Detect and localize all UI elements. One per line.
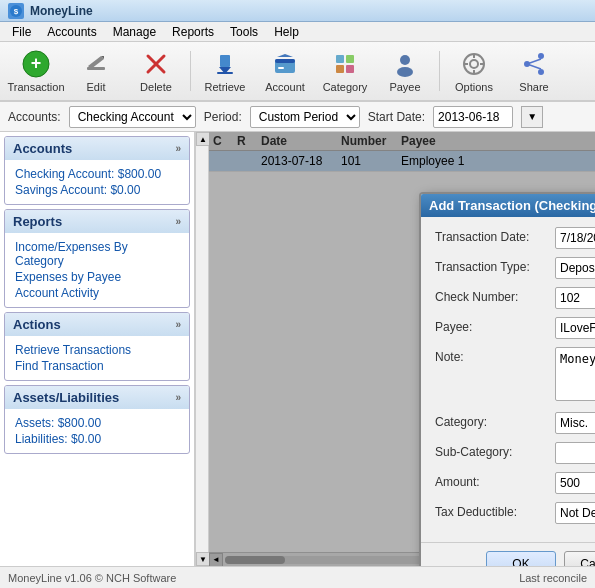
svg-line-31	[527, 59, 541, 64]
status-right: Last reconcile	[519, 572, 587, 584]
sidebar-section-actions: Actions » Retrieve Transactions Find Tra…	[4, 312, 190, 381]
subcategory-select[interactable]	[555, 442, 595, 464]
period-label: Period:	[204, 110, 242, 124]
note-control: Money payment	[555, 347, 595, 404]
account-button[interactable]: Account	[257, 45, 313, 97]
sidebar-assets[interactable]: Assets: $800.00	[15, 415, 179, 431]
check-number-row: Check Number:	[435, 287, 595, 309]
startdate-label: Start Date:	[368, 110, 425, 124]
check-number-input[interactable]	[555, 287, 595, 309]
payee-select[interactable]: ILoveFreeSoftware	[555, 317, 595, 339]
category-label: Category	[323, 81, 368, 93]
amount-input[interactable]	[555, 472, 595, 494]
account-select[interactable]: Checking Account	[69, 106, 196, 128]
svg-rect-16	[336, 55, 344, 63]
sidebar-actions-content: Retrieve Transactions Find Transaction	[5, 336, 189, 380]
svg-text:$: $	[14, 7, 19, 16]
sidebar-actions-header[interactable]: Actions »	[5, 313, 189, 336]
payee-button[interactable]: Payee	[377, 45, 433, 97]
retrieve-button[interactable]: Retrieve	[197, 45, 253, 97]
sidebar-section-reports: Reports » Income/Expenses By Category Ex…	[4, 209, 190, 308]
cancel-button[interactable]: Cancel	[564, 551, 595, 566]
transaction-button[interactable]: + Transaction	[8, 45, 64, 97]
menu-reports[interactable]: Reports	[164, 23, 222, 41]
edit-button[interactable]: Edit	[68, 45, 124, 97]
sidebar-income-expenses[interactable]: Income/Expenses By Category	[15, 239, 179, 269]
svg-marker-15	[277, 54, 293, 57]
sidebar-account-activity[interactable]: Account Activity	[15, 285, 179, 301]
check-number-label: Check Number:	[435, 287, 555, 304]
menu-manage[interactable]: Manage	[105, 23, 164, 41]
menu-file[interactable]: File	[4, 23, 39, 41]
title-bar: $ MoneyLine	[0, 0, 595, 22]
delete-button[interactable]: Delete	[128, 45, 184, 97]
share-button[interactable]: Share	[506, 45, 562, 97]
sidebar-accounts-content: Checking Account: $800.00 Savings Accoun…	[5, 160, 189, 204]
chevron-icon: »	[175, 216, 181, 227]
options-label: Options	[455, 81, 493, 93]
category-select[interactable]: Misc. Food Transport	[555, 412, 595, 434]
ok-button[interactable]: OK	[486, 551, 556, 566]
transaction-date-input[interactable]	[555, 227, 595, 249]
scroll-down-btn[interactable]: ▼	[196, 552, 210, 566]
tax-deductible-select[interactable]: Not Deductible Deductible	[555, 502, 595, 524]
accounts-label: Accounts:	[8, 110, 61, 124]
edit-label: Edit	[87, 81, 106, 93]
sidebar-retrieve-transactions[interactable]: Retrieve Transactions	[15, 342, 179, 358]
account-label: Account	[265, 81, 305, 93]
startdate-input[interactable]	[433, 106, 513, 128]
sidebar: Accounts » Checking Account: $800.00 Sav…	[0, 132, 195, 566]
main-area: Accounts » Checking Account: $800.00 Sav…	[0, 132, 595, 566]
scroll-up-btn[interactable]: ▲	[196, 132, 210, 146]
calendar-btn[interactable]: ▼	[521, 106, 543, 128]
sidebar-savings-account[interactable]: Savings Account: $0.00	[15, 182, 179, 198]
transaction-icon: +	[22, 50, 50, 78]
menu-accounts[interactable]: Accounts	[39, 23, 104, 41]
transaction-date-control: ▼	[555, 227, 595, 249]
transaction-type-row: Transaction Type: Deposit Withdrawal Tra…	[435, 257, 595, 279]
modal-title: Add Transaction (Checking Account)	[429, 198, 595, 213]
sidebar-assets-content: Assets: $800.00 Liabilities: $0.00	[5, 409, 189, 453]
delete-label: Delete	[140, 81, 172, 93]
note-row: Note: Money payment	[435, 347, 595, 404]
category-icon	[331, 50, 359, 78]
options-button[interactable]: Options	[446, 45, 502, 97]
sidebar-checking-account[interactable]: Checking Account: $800.00	[15, 166, 179, 182]
transaction-type-control: Deposit Withdrawal Transfer	[555, 257, 595, 279]
svg-point-20	[400, 55, 410, 65]
share-icon	[520, 50, 548, 78]
sidebar-assets-header[interactable]: Assets/Liabilities »	[5, 386, 189, 409]
tax-deductible-control: Not Deductible Deductible	[555, 502, 595, 524]
sidebar-accounts-header[interactable]: Accounts »	[5, 137, 189, 160]
status-left: MoneyLine v1.06 © NCH Software	[8, 572, 176, 584]
account-bar: Accounts: Checking Account Period: Custo…	[0, 102, 595, 132]
sidebar-liabilities[interactable]: Liabilities: $0.00	[15, 431, 179, 447]
svg-rect-19	[346, 65, 354, 73]
sidebar-scrollbar[interactable]: ▲ ▼	[195, 132, 209, 566]
category-button[interactable]: Category	[317, 45, 373, 97]
sidebar-reports-header[interactable]: Reports »	[5, 210, 189, 233]
category-row: Category: Misc. Food Transport	[435, 412, 595, 434]
svg-rect-13	[275, 59, 295, 63]
svg-rect-18	[336, 65, 344, 73]
note-textarea[interactable]: Money payment	[555, 347, 595, 401]
svg-point-21	[397, 67, 413, 77]
period-select[interactable]: Custom Period	[250, 106, 360, 128]
menu-help[interactable]: Help	[266, 23, 307, 41]
svg-rect-11	[217, 72, 233, 74]
transaction-label: Transaction	[7, 81, 64, 93]
transaction-type-label: Transaction Type:	[435, 257, 555, 274]
content-area: C R Date Number Payee 2013-07-18 101 Emp…	[209, 132, 595, 566]
sidebar-find-transaction[interactable]: Find Transaction	[15, 358, 179, 374]
menu-tools[interactable]: Tools	[222, 23, 266, 41]
payee-row: Payee: ILoveFreeSoftware	[435, 317, 595, 339]
menu-bar: File Accounts Manage Reports Tools Help	[0, 22, 595, 42]
options-icon	[460, 50, 488, 78]
note-label: Note:	[435, 347, 555, 364]
sidebar-expenses-payee[interactable]: Expenses by Payee	[15, 269, 179, 285]
toolbar: + Transaction Edit Delete	[0, 42, 595, 102]
svg-rect-9	[220, 55, 230, 67]
sidebar-section-accounts: Accounts » Checking Account: $800.00 Sav…	[4, 136, 190, 205]
transaction-type-select[interactable]: Deposit Withdrawal Transfer	[555, 257, 595, 279]
subcategory-control	[555, 442, 595, 464]
